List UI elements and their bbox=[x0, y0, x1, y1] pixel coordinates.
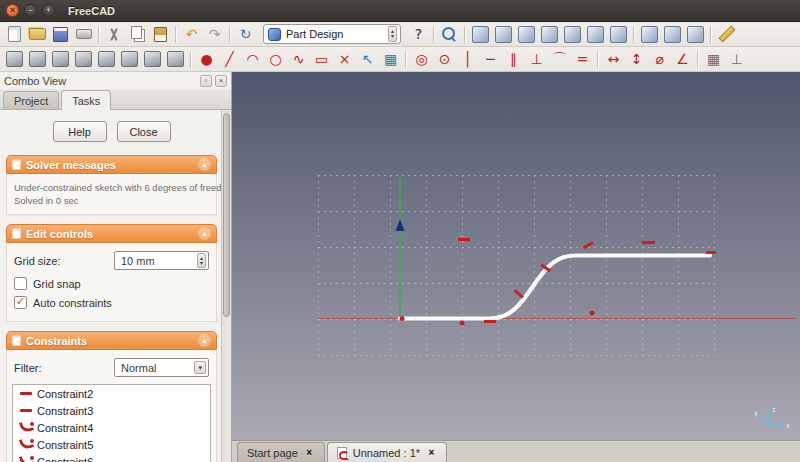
constraint-parallel-button[interactable]: ∥ bbox=[502, 48, 525, 71]
window-maximize-button[interactable]: + bbox=[42, 4, 55, 17]
whats-this-button[interactable]: ? bbox=[407, 23, 430, 46]
create-line-button[interactable]: ╱ bbox=[218, 48, 241, 71]
constraint-tangent-button[interactable]: ⌒ bbox=[548, 48, 571, 71]
view-top-button[interactable] bbox=[515, 23, 538, 46]
view-isometric-button[interactable] bbox=[469, 23, 492, 46]
paste-button[interactable] bbox=[149, 23, 172, 46]
print-button[interactable] bbox=[72, 23, 95, 46]
new-document-button[interactable] bbox=[3, 23, 26, 46]
edit-controls-header[interactable]: Edit controls bbox=[6, 224, 217, 243]
create-rectangle-button[interactable]: ▭ bbox=[310, 48, 333, 71]
panel-scrollbar[interactable] bbox=[221, 110, 231, 462]
constraint-coincident-button[interactable]: ◎ bbox=[410, 48, 433, 71]
help-button[interactable]: Help bbox=[53, 121, 107, 142]
toggle-construction-button[interactable]: ▦ bbox=[379, 48, 402, 71]
constraint-radius-button[interactable]: ⌀ bbox=[648, 48, 671, 71]
constraint-marker[interactable] bbox=[460, 321, 465, 326]
constraint-marker[interactable] bbox=[484, 320, 496, 323]
constraint-marker[interactable] bbox=[706, 251, 716, 254]
constraint-marker[interactable] bbox=[642, 241, 655, 244]
view-dimetric-button[interactable] bbox=[661, 23, 684, 46]
constraint-distance-y-button[interactable]: ↕ bbox=[625, 48, 648, 71]
constraint-list-item[interactable]: Constraint4 bbox=[13, 419, 210, 436]
open-document-button[interactable] bbox=[26, 23, 49, 46]
close-button[interactable]: Close bbox=[117, 121, 171, 142]
view-right-button[interactable] bbox=[538, 23, 561, 46]
point-on-object-constraint-icon bbox=[17, 421, 35, 435]
collapse-arrow-icon[interactable] bbox=[198, 334, 211, 347]
groove-button[interactable] bbox=[164, 48, 187, 71]
window-minimize-button[interactable]: − bbox=[24, 4, 37, 17]
constraint-list-item[interactable]: Constraint3 bbox=[13, 402, 210, 419]
solver-messages-header[interactable]: Solver messages bbox=[6, 155, 217, 174]
toolbar-separator bbox=[464, 26, 466, 43]
constraint-point-on-object-button[interactable]: ⊙ bbox=[433, 48, 456, 71]
view-trimetric-button[interactable] bbox=[684, 23, 707, 46]
edit-sketch-button[interactable] bbox=[49, 48, 72, 71]
map-sketch-button[interactable] bbox=[72, 48, 95, 71]
create-body-button[interactable] bbox=[3, 48, 26, 71]
combo-spinner-icon[interactable] bbox=[388, 26, 397, 42]
auto-constraints-checkbox[interactable] bbox=[14, 296, 27, 309]
constraint-distance-x-button[interactable]: ↔ bbox=[602, 48, 625, 71]
revolution-button[interactable] bbox=[118, 48, 141, 71]
sketch-origin-point[interactable] bbox=[400, 316, 405, 321]
create-point-button[interactable]: ● bbox=[195, 48, 218, 71]
tab-close-icon[interactable] bbox=[426, 447, 437, 458]
constraint-marker[interactable] bbox=[458, 238, 470, 241]
constraint-vertical-button[interactable]: │ bbox=[456, 48, 479, 71]
fit-all-button[interactable] bbox=[438, 23, 461, 46]
toggle-snap-button[interactable]: ⊥ bbox=[725, 48, 748, 71]
window-close-button[interactable]: × bbox=[6, 4, 19, 17]
constraint-filter-select[interactable]: Normal ▾ bbox=[114, 358, 209, 377]
toggle-grid-button[interactable]: ▦ bbox=[702, 48, 725, 71]
view-front-button[interactable] bbox=[492, 23, 515, 46]
scrollbar-thumb[interactable] bbox=[223, 113, 230, 317]
cut-button[interactable] bbox=[103, 23, 126, 46]
view-bottom-button[interactable] bbox=[584, 23, 607, 46]
constraint-equal-button[interactable]: = bbox=[571, 48, 594, 71]
create-circle-button[interactable]: ○ bbox=[264, 48, 287, 71]
window-title: FreeCAD bbox=[68, 5, 115, 17]
constraint-horizontal-button[interactable]: ─ bbox=[479, 48, 502, 71]
workbench-selector[interactable]: Part Design bbox=[263, 24, 401, 44]
tab-start-page[interactable]: Start page bbox=[237, 442, 325, 462]
save-document-button[interactable] bbox=[49, 23, 72, 46]
tab-project[interactable]: Project bbox=[3, 91, 59, 109]
panel-close-icon[interactable]: × bbox=[215, 75, 227, 87]
undo-button[interactable]: ↶ bbox=[180, 23, 203, 46]
constraint-list-item[interactable]: Constraint2 bbox=[13, 385, 210, 402]
create-arc-button[interactable]: ◠ bbox=[241, 48, 264, 71]
view-axonometric-button[interactable] bbox=[638, 23, 661, 46]
constraint-list-item[interactable]: Constraint6 bbox=[13, 453, 210, 462]
copy-button[interactable] bbox=[126, 23, 149, 46]
tab-unnamed-document[interactable]: Unnamed : 1* bbox=[327, 442, 447, 462]
create-sketch-button[interactable] bbox=[26, 48, 49, 71]
panel-float-icon[interactable]: ▫ bbox=[200, 75, 212, 87]
constraints-header[interactable]: Constraints bbox=[6, 331, 217, 350]
pocket-button[interactable] bbox=[141, 48, 164, 71]
tab-tasks[interactable]: Tasks bbox=[61, 90, 111, 110]
refresh-button[interactable]: ↻ bbox=[234, 23, 257, 46]
collapse-arrow-icon[interactable] bbox=[198, 158, 211, 171]
spinner-arrows-icon[interactable] bbox=[197, 253, 206, 268]
redo-button[interactable]: ↷ bbox=[203, 23, 226, 46]
tab-close-icon[interactable] bbox=[304, 447, 315, 458]
viewport-3d[interactable]: x y z bbox=[232, 72, 800, 440]
trim-edge-button[interactable]: × bbox=[333, 48, 356, 71]
collapse-arrow-icon[interactable] bbox=[198, 227, 211, 240]
measure-distance-button[interactable] bbox=[715, 23, 738, 46]
grid-snap-checkbox[interactable] bbox=[14, 277, 27, 290]
toolbar-sketcher: ●╱◠○∿▭×↖▦◎⊙│─∥⊥⌒=↔↕⌀∠▦⊥ bbox=[0, 47, 800, 72]
constraint-perpendicular-button[interactable]: ⊥ bbox=[525, 48, 548, 71]
create-polyline-button[interactable]: ∿ bbox=[287, 48, 310, 71]
constraint-marker[interactable] bbox=[590, 311, 595, 316]
external-geometry-button[interactable]: ↖ bbox=[356, 48, 379, 71]
view-rear-button[interactable] bbox=[561, 23, 584, 46]
point-on-object-constraint-icon bbox=[17, 438, 35, 452]
constraint-list-item[interactable]: Constraint5 bbox=[13, 436, 210, 453]
constraint-angle-button[interactable]: ∠ bbox=[671, 48, 694, 71]
view-left-button[interactable] bbox=[607, 23, 630, 46]
grid-size-input[interactable]: 10 mm bbox=[114, 251, 209, 270]
pad-button[interactable] bbox=[95, 48, 118, 71]
